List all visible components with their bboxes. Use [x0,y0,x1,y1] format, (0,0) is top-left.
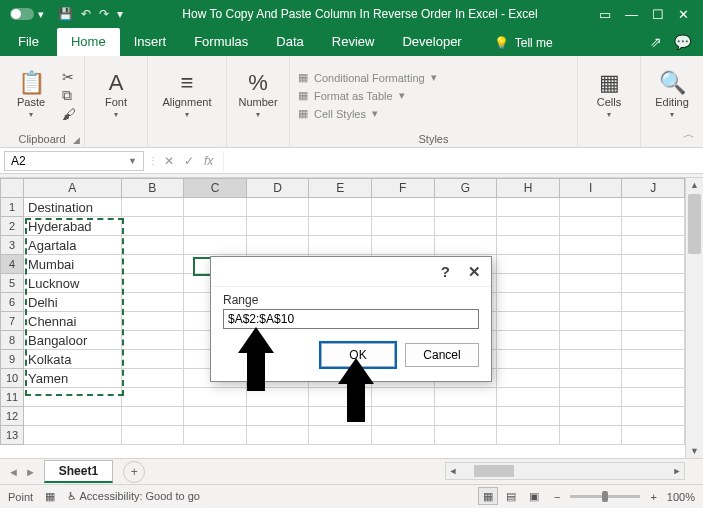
scroll-thumb[interactable] [688,194,701,254]
enter-formula-icon[interactable]: ✓ [184,154,194,168]
sheet-nav-prev-icon[interactable]: ◄ [8,466,19,478]
row-header[interactable]: 6 [1,293,24,312]
cell[interactable]: Yamen [24,369,122,388]
paste-icon: 📋 [18,72,45,94]
scroll-thumb[interactable] [474,465,514,477]
row-header[interactable]: 8 [1,331,24,350]
col-header[interactable]: H [497,179,560,198]
tab-insert[interactable]: Insert [120,28,181,56]
scroll-down-icon[interactable]: ▼ [686,446,703,456]
cancel-formula-icon[interactable]: ✕ [164,154,174,168]
cell[interactable]: Agartala [24,236,122,255]
row-header[interactable]: 1 [1,198,24,217]
scroll-right-icon[interactable]: ► [670,466,684,476]
dialog-close-icon[interactable]: ✕ [468,263,481,281]
row-header[interactable]: 3 [1,236,24,255]
col-header[interactable]: A [24,179,122,198]
tab-formulas[interactable]: Formulas [180,28,262,56]
cell[interactable]: Kolkata [24,350,122,369]
zoom-out-button[interactable]: − [554,491,560,503]
font-button[interactable]: AFont▾ [93,72,139,119]
add-sheet-button[interactable]: + [123,461,145,483]
cell[interactable]: Destination [24,198,122,217]
cell-styles-button[interactable]: ▦Cell Styles ▾ [298,107,437,120]
cancel-button[interactable]: Cancel [405,343,479,367]
col-header[interactable]: E [309,179,372,198]
zoom-level[interactable]: 100% [667,491,695,503]
cell[interactable]: Delhi [24,293,122,312]
col-header[interactable]: G [434,179,497,198]
horizontal-scrollbar[interactable]: ◄ ► [445,462,685,480]
range-input[interactable] [223,309,479,329]
cut-icon[interactable]: ✂ [62,69,76,85]
col-header[interactable]: F [371,179,434,198]
editing-button[interactable]: 🔍Editing▾ [649,72,695,119]
tab-home[interactable]: Home [57,28,120,56]
page-layout-view-icon[interactable]: ▤ [501,487,521,505]
conditional-formatting-button[interactable]: ▦Conditional Formatting ▾ [298,71,437,84]
tab-file[interactable]: File [8,28,57,56]
row-header[interactable]: 9 [1,350,24,369]
scroll-up-icon[interactable]: ▲ [686,180,703,190]
zoom-slider[interactable] [570,495,640,498]
dialog-help-icon[interactable]: ? [441,263,450,280]
undo-icon[interactable]: ↶ [81,7,91,21]
row-header[interactable]: 7 [1,312,24,331]
clipboard-launcher-icon[interactable]: ◢ [73,135,80,145]
col-header[interactable]: B [121,179,184,198]
collapse-ribbon-icon[interactable]: ︿ [683,126,695,143]
tab-review[interactable]: Review [318,28,389,56]
save-icon[interactable]: 💾 [58,7,73,21]
minimize-icon[interactable]: — [625,7,638,22]
normal-view-icon[interactable]: ▦ [478,487,498,505]
select-all-corner[interactable] [1,179,24,198]
comments-icon[interactable]: 💬 [674,34,691,50]
row-header[interactable]: 11 [1,388,24,407]
cell[interactable]: Chennai [24,312,122,331]
accessibility-status[interactable]: ♿︎ Accessibility: Good to go [67,490,200,503]
tell-me[interactable]: 💡 Tell me [482,30,565,56]
col-header[interactable]: D [246,179,309,198]
row-header[interactable]: 2 [1,217,24,236]
col-header[interactable]: I [559,179,622,198]
alignment-button[interactable]: ≡Alignment▾ [156,72,218,119]
number-button[interactable]: %Number▾ [235,72,281,119]
maximize-icon[interactable]: ☐ [652,7,664,22]
row-header[interactable]: 10 [1,369,24,388]
fx-icon[interactable]: fx [204,154,213,168]
name-box[interactable]: A2 ▼ [4,151,144,171]
share-icon[interactable]: ⇗ [650,34,662,50]
sheet-nav-next-icon[interactable]: ► [25,466,36,478]
sheet-tab[interactable]: Sheet1 [44,460,113,483]
close-window-icon[interactable]: ✕ [678,7,689,22]
redo-icon[interactable]: ↷ [99,7,109,21]
col-header[interactable]: J [622,179,685,198]
formula-input[interactable] [223,151,703,171]
scroll-left-icon[interactable]: ◄ [446,466,460,476]
cell[interactable]: Bangaloor [24,331,122,350]
autosave-toggle[interactable]: ▾ [4,8,50,21]
cells-button[interactable]: ▦Cells▾ [586,72,632,119]
format-painter-icon[interactable]: 🖌 [62,106,76,122]
cell[interactable]: Lucknow [24,274,122,293]
page-break-view-icon[interactable]: ▣ [524,487,544,505]
copy-icon[interactable]: ⧉ [62,87,76,104]
format-as-table-button[interactable]: ▦Format as Table ▾ [298,89,437,102]
zoom-in-button[interactable]: + [650,491,656,503]
tab-data[interactable]: Data [262,28,317,56]
row-header[interactable]: 12 [1,407,24,426]
vertical-scrollbar[interactable]: ▲ ▼ [685,178,703,458]
row-header[interactable]: 4 [1,255,24,274]
paste-button[interactable]: 📋 Paste ▾ [8,72,54,119]
dialog-titlebar[interactable]: ? ✕ [211,257,491,287]
row-header[interactable]: 5 [1,274,24,293]
status-bar: Point ▦ ♿︎ Accessibility: Good to go ▦ ▤… [0,484,703,508]
col-header[interactable]: C [184,179,247,198]
tab-developer[interactable]: Developer [388,28,475,56]
qat-caret-icon[interactable]: ▾ [117,7,123,21]
cell[interactable]: Mumbai [24,255,122,274]
ribbon-options-icon[interactable]: ▭ [599,7,611,22]
row-header[interactable]: 13 [1,426,24,445]
cell[interactable]: Hyderabad [24,217,122,236]
macro-record-icon[interactable]: ▦ [45,490,55,503]
